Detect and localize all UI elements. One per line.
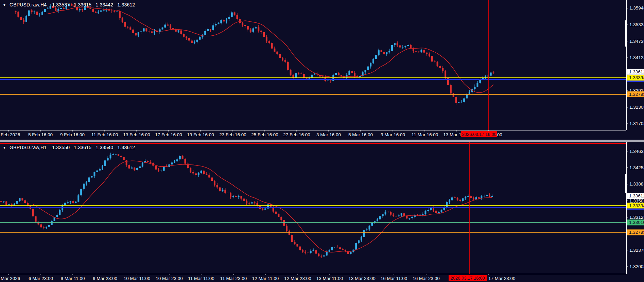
ohlc-high: 1.33615	[74, 145, 91, 150]
time-tick-label: 11 Mar 16:00	[412, 132, 438, 137]
time-tick-label: 9 Mar 23:00	[93, 276, 117, 281]
moving-average-line	[33, 161, 492, 252]
price-tick-label: 1.35338	[629, 22, 644, 27]
time-tick-label: 17 Feb 16:00	[155, 132, 182, 137]
price-label-box-text: 1.33612	[629, 193, 644, 198]
moving-average-line	[48, 8, 493, 93]
chart-dropdown-icon[interactable]: ▼	[3, 146, 6, 149]
time-tick-label: 11 Mar 23:00	[220, 276, 247, 281]
price-label-box-text: 1.33612	[629, 69, 644, 74]
time-tick-label: 17 Mar 23:00	[488, 276, 516, 281]
price-tick-label: 1.33503	[629, 198, 644, 204]
price-tick-label: 1.35948	[629, 5, 644, 11]
time-tick-label: 5 Mar 16:00	[348, 132, 373, 137]
chart-h4-title-row: ▼ GBPUSD.raw,H4 1.33537 1.33615 1.33442 …	[3, 2, 135, 7]
price-tick-label: 1.33883	[629, 181, 644, 187]
price-tick-label: 1.32003	[629, 264, 644, 269]
time-tick-label: 3 Mar 16:00	[316, 132, 341, 137]
price-label-box-text: 1.32785	[629, 92, 644, 97]
time-tick-label: 6 Mar 2026	[0, 276, 20, 281]
time-tick-label: 10 Mar 23:00	[156, 276, 183, 281]
ohlc-close: 1.33612	[117, 145, 135, 150]
price-scale[interactable]: 1.346331.342581.338831.335031.331281.323…	[626, 149, 644, 269]
time-tick-label: 16 Mar 23:00	[413, 276, 440, 281]
time-marker-label-text: 2026.03.17 16:00	[450, 276, 485, 281]
time-tick-label: 13 Mar 11:00	[316, 276, 343, 281]
time-tick-label: 13 Mar 23:00	[348, 276, 376, 281]
chart-symbol-period: GBPUSD.raw,H1	[10, 145, 47, 150]
price-tick-label: 1.33128	[629, 215, 644, 220]
time-tick-label: 11 Mar 11:00	[188, 276, 214, 281]
time-tick-label: 23 Feb 16:00	[219, 132, 246, 137]
chart-symbol-period: GBPUSD.raw,H4	[10, 2, 47, 7]
ohlc-open: 1.33537	[52, 2, 70, 7]
chart-h4-plot-area[interactable]: 1.359481.353381.347381.341281.329181.323…	[0, 0, 644, 138]
time-marker-label-text: 2026.03.17 16:00	[462, 132, 496, 137]
time-tick-label: 16 Mar 11:00	[381, 276, 407, 281]
price-tick-label: 1.34633	[629, 149, 644, 154]
time-tick-label: 6 Mar 23:00	[29, 276, 53, 281]
ohlc-low: 1.33540	[95, 145, 113, 150]
time-scale[interactable]: 3 Feb 20265 Feb 16:009 Feb 16:0011 Feb 1…	[0, 130, 502, 137]
ohlc-high: 1.33615	[74, 2, 91, 7]
time-tick-label: 27 Feb 16:00	[283, 132, 310, 137]
price-tick-label: 1.34128	[629, 55, 644, 60]
time-tick-label: 12 Mar 23:00	[284, 276, 311, 281]
time-tick-label: 9 Feb 16:00	[60, 132, 85, 137]
scale-marker-bar	[625, 174, 627, 193]
time-tick-label: 19 Feb 16:00	[187, 132, 214, 137]
ohlc-open: 1.33550	[52, 145, 70, 150]
price-label-box-text: 1.33394	[629, 75, 644, 80]
price-label-box-text: 1.32785	[629, 230, 644, 235]
price-tick-label: 1.31708	[629, 121, 644, 126]
price-scale[interactable]: 1.359481.353381.347381.341281.329181.323…	[626, 5, 644, 126]
chart-h1-title-row: ▼ GBPUSD.raw,H1 1.33550 1.33615 1.33540 …	[3, 145, 135, 150]
time-tick-label: 9 Mar 11:00	[60, 276, 85, 281]
time-scale[interactable]: 6 Mar 20266 Mar 23:009 Mar 11:009 Mar 23…	[0, 274, 516, 281]
time-tick-label: 3 Feb 2026	[0, 132, 20, 137]
candles-layer	[15, 2, 494, 105]
time-tick-label: 25 Feb 16:00	[251, 132, 278, 137]
trading-platform-window: 1.359481.353381.347381.341281.329181.323…	[0, 0, 644, 282]
chart-splitter-handle[interactable]	[0, 140, 644, 142]
ohlc-close: 1.33612	[117, 2, 135, 7]
ohlc-low: 1.33442	[95, 2, 113, 7]
price-tick-label: 1.34738	[629, 39, 644, 44]
chart-dropdown-icon[interactable]: ▼	[3, 3, 6, 7]
time-tick-label: 13 Feb 16:00	[123, 132, 150, 137]
time-tick-label: 5 Feb 16:00	[28, 132, 53, 137]
chart-h1-plot-area[interactable]: 1.346331.342581.338831.335031.331281.323…	[0, 142, 644, 282]
price-label-box-text: 1.33010	[629, 220, 644, 225]
time-tick-label: 9 Mar 16:00	[381, 132, 405, 137]
time-tick-label: 10 Mar 11:00	[124, 276, 151, 281]
price-tick-label: 1.34258	[629, 165, 644, 170]
price-tick-label: 1.32308	[629, 105, 644, 110]
price-tick-label: 1.32378	[629, 248, 644, 253]
price-label-box-text: 1.33394	[629, 203, 644, 208]
hidden-label-sliver	[627, 81, 644, 82]
time-tick-label: 12 Mar 11:00	[252, 276, 279, 281]
time-tick-label: 11 Feb 16:00	[91, 132, 118, 137]
scale-marker-bar	[625, 20, 627, 47]
hidden-label-sliver	[627, 209, 644, 210]
